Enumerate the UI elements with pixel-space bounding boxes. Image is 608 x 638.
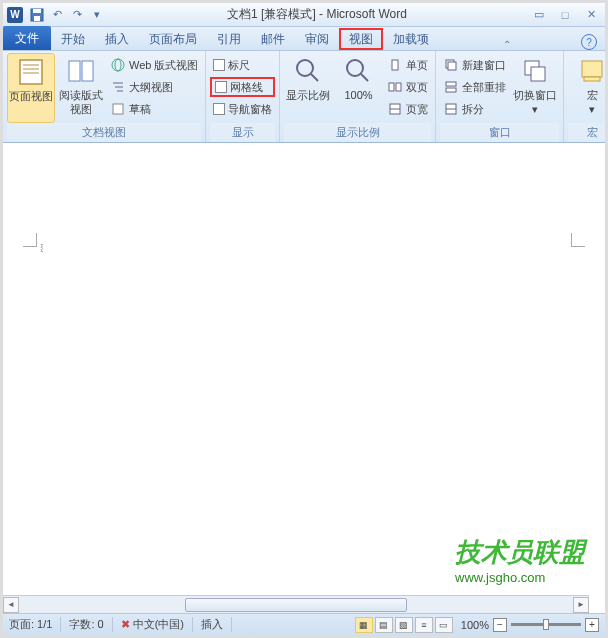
status-words[interactable]: 字数: 0 — [69, 617, 112, 632]
zoom-handle[interactable] — [543, 619, 549, 630]
text-cursor: ⸾ — [39, 243, 44, 254]
checkbox-icon — [215, 81, 227, 93]
zoom-slider[interactable] — [511, 623, 581, 626]
reading-view-icon — [65, 55, 97, 87]
group-label-zoom: 显示比例 — [284, 123, 431, 142]
arrange-all-button[interactable]: 全部重排 — [440, 77, 509, 97]
group-document-views: 页面视图 阅读版式 视图 Web 版式视图 大纲视图 草稿 文档视图 — [3, 51, 206, 142]
gridlines-label: 网格线 — [230, 80, 263, 95]
checkbox-icon — [213, 59, 225, 71]
view-draft-icon[interactable]: ▭ — [435, 617, 453, 633]
undo-icon[interactable]: ↶ — [49, 7, 65, 23]
web-view-button[interactable]: Web 版式视图 — [107, 55, 201, 75]
tab-references[interactable]: 引用 — [207, 28, 251, 50]
group-macros: 宏 ▾ 宏 — [564, 51, 608, 142]
svg-line-16 — [311, 74, 318, 81]
ribbon-collapse-icon[interactable]: ⌃ — [503, 39, 511, 50]
one-page-icon — [387, 57, 403, 73]
gridlines-checkbox[interactable]: 网格线 — [210, 77, 275, 97]
one-page-button[interactable]: 单页 — [384, 55, 431, 75]
arrange-all-label: 全部重排 — [462, 80, 506, 95]
minimize-button[interactable]: ▭ — [529, 7, 549, 23]
zoom-100-button[interactable]: 100% — [334, 53, 382, 123]
scroll-thumb[interactable] — [185, 598, 407, 612]
group-zoom: 显示比例 100% 单页 双页 页宽 显示比例 — [280, 51, 436, 142]
svg-rect-8 — [82, 61, 93, 81]
zoom-out-button[interactable]: − — [493, 618, 507, 632]
macros-label: 宏 — [587, 89, 598, 101]
split-label: 拆分 — [462, 102, 484, 117]
zoom-button[interactable]: 显示比例 — [284, 53, 332, 123]
zoom-in-button[interactable]: + — [585, 618, 599, 632]
draft-view-button[interactable]: 草稿 — [107, 99, 201, 119]
macros-icon — [576, 55, 608, 87]
outline-view-button[interactable]: 大纲视图 — [107, 77, 201, 97]
page-view-button[interactable]: 页面视图 — [7, 53, 55, 123]
tab-view[interactable]: 视图 — [339, 28, 383, 50]
svg-rect-27 — [446, 88, 456, 92]
horizontal-scrollbar[interactable]: ◄ ► — [3, 595, 589, 613]
new-window-icon — [443, 57, 459, 73]
split-button[interactable]: 拆分 — [440, 99, 509, 119]
titlebar: W ↶ ↷ ▾ 文档1 [兼容模式] - Microsoft Word ▭ □ … — [3, 3, 605, 27]
outline-view-label: 大纲视图 — [129, 80, 173, 95]
tab-insert[interactable]: 插入 — [95, 28, 139, 50]
page-width-button[interactable]: 页宽 — [384, 99, 431, 119]
status-insert-mode[interactable]: 插入 — [201, 617, 232, 632]
draft-view-label: 草稿 — [129, 102, 151, 117]
new-window-button[interactable]: 新建窗口 — [440, 55, 509, 75]
close-button[interactable]: ✕ — [581, 7, 601, 23]
quick-access-toolbar: ↶ ↷ ▾ — [29, 7, 105, 23]
svg-rect-26 — [446, 82, 456, 86]
redo-icon[interactable]: ↷ — [69, 7, 85, 23]
save-icon[interactable] — [29, 7, 45, 23]
tab-addins[interactable]: 加载项 — [383, 28, 439, 50]
reading-view-label1: 阅读版式 — [59, 89, 103, 101]
outline-view-icon — [110, 79, 126, 95]
view-reading-icon[interactable]: ▤ — [375, 617, 393, 633]
zoom-label: 显示比例 — [286, 89, 330, 101]
view-outline-icon[interactable]: ≡ — [415, 617, 433, 633]
window-controls: ▭ □ ✕ — [529, 7, 601, 23]
switch-window-label: 切换窗口 — [513, 89, 557, 101]
dropdown-icon: ▾ — [532, 103, 538, 115]
scroll-right-icon[interactable]: ► — [573, 597, 589, 613]
app-icon: W — [7, 7, 23, 23]
status-page[interactable]: 页面: 1/1 — [9, 617, 61, 632]
switch-window-button[interactable]: 切换窗口 ▾ — [511, 53, 559, 123]
ruler-checkbox[interactable]: 标尺 — [210, 55, 275, 75]
zoom-percent[interactable]: 100% — [461, 619, 489, 631]
tab-mailings[interactable]: 邮件 — [251, 28, 295, 50]
two-pages-label: 双页 — [406, 80, 428, 95]
page-margin-corner — [571, 233, 585, 247]
checkbox-icon — [213, 103, 225, 115]
ruler-label: 标尺 — [228, 58, 250, 73]
help-icon[interactable]: ? — [581, 34, 597, 50]
tab-layout[interactable]: 页面布局 — [139, 28, 207, 50]
tab-review[interactable]: 审阅 — [295, 28, 339, 50]
svg-line-18 — [361, 74, 368, 81]
status-language[interactable]: ✖ 中文(中国) — [121, 617, 193, 632]
tab-home[interactable]: 开始 — [51, 28, 95, 50]
svg-rect-33 — [584, 77, 600, 81]
page-width-icon — [387, 101, 403, 117]
two-pages-button[interactable]: 双页 — [384, 77, 431, 97]
svg-rect-20 — [389, 83, 394, 91]
scroll-track[interactable] — [19, 597, 573, 613]
maximize-button[interactable]: □ — [555, 7, 575, 23]
reading-view-button[interactable]: 阅读版式 视图 — [57, 53, 105, 123]
nav-pane-checkbox[interactable]: 导航窗格 — [210, 99, 275, 119]
svg-rect-25 — [448, 62, 456, 70]
scroll-left-icon[interactable]: ◄ — [3, 597, 19, 613]
macros-button[interactable]: 宏 ▾ — [568, 53, 608, 123]
zoom-100-label: 100% — [344, 89, 372, 101]
split-icon — [443, 101, 459, 117]
qat-dropdown-icon[interactable]: ▾ — [89, 7, 105, 23]
view-web-icon[interactable]: ▧ — [395, 617, 413, 633]
two-pages-icon — [387, 79, 403, 95]
word-window: W ↶ ↷ ▾ 文档1 [兼容模式] - Microsoft Word ▭ □ … — [3, 3, 605, 635]
view-print-layout-icon[interactable]: ▦ — [355, 617, 373, 633]
tab-file[interactable]: 文件 — [3, 26, 51, 50]
document-area[interactable]: ⸾ 技术员联盟 www.jsgho.com — [3, 143, 605, 635]
zoom-100-icon — [342, 55, 374, 87]
